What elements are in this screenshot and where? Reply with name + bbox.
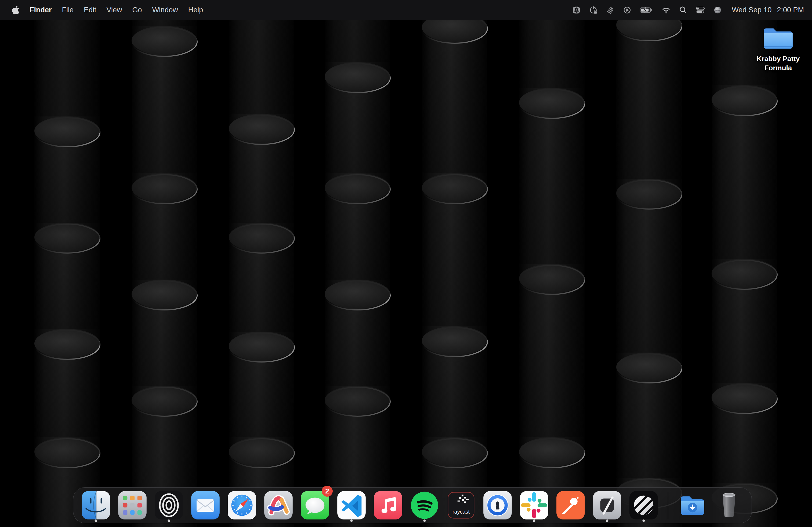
dock-item-safari[interactable] [227,487,257,523]
dock-item-rings-app[interactable] [154,487,184,523]
power-lock-icon[interactable] [589,6,598,15]
dock-item-slack[interactable] [519,487,549,523]
running-indicator [606,520,608,522]
dock: 2raycast [73,487,752,523]
apple-logo-icon [11,6,20,15]
dock-item-music[interactable] [373,487,403,523]
running-indicator [350,520,353,522]
dock-item-postman[interactable] [556,487,585,523]
dock-item-linear[interactable] [629,487,658,523]
onepassword-icon [483,491,512,520]
dock-item-slash-app[interactable] [592,487,622,523]
running-indicator [533,520,535,522]
starburst-icon[interactable] [572,6,581,15]
rings-app-icon [154,491,184,520]
linear-icon [629,491,658,520]
desktop-folder-krabby-patty-formula[interactable]: Krabby Patty Formula [752,24,804,73]
folder-icon [762,24,795,51]
menu-clock[interactable]: Wed Sep 10 2:00 PM [732,6,804,14]
menu-bar: FinderFileEditViewGoWindowHelp Wed Sep 1… [0,0,812,20]
control-center-icon[interactable] [695,6,706,15]
spotlight-search-icon[interactable] [679,6,687,15]
app-menu-items: FinderFileEditViewGoWindowHelp [25,0,208,20]
menu-item-file[interactable]: File [57,0,79,20]
safari-icon [227,491,257,520]
menu-item-window[interactable]: Window [147,0,183,20]
notification-badge: 2 [322,486,333,497]
striped-privacy-icon[interactable] [606,6,615,15]
menu-bar-status: Wed Sep 10 2:00 PM [572,0,804,20]
dock-item-arc[interactable] [264,487,293,523]
battery-charging-icon[interactable] [640,6,653,15]
spotify-icon [410,491,439,520]
finder-icon [81,491,111,520]
status-icon-row [572,6,722,15]
launchpad-icon [118,491,147,520]
dock-item-trash[interactable] [714,487,744,523]
trash-icon [714,491,744,520]
menu-item-view[interactable]: View [102,0,127,20]
menu-time: 2:00 PM [777,6,804,14]
running-indicator [423,520,426,522]
dock-item-mail[interactable] [191,487,220,523]
dock-item-launchpad[interactable] [118,487,147,523]
running-indicator [168,520,170,522]
raycast-icon: raycast [446,491,476,520]
wifi-icon[interactable] [662,6,670,15]
running-indicator [95,520,97,522]
folder-label: Krabby Patty Formula [757,54,800,73]
slash-app-icon [592,491,622,520]
desktop-wallpaper [0,0,812,527]
dock-item-finder[interactable] [81,487,111,523]
menu-item-go[interactable]: Go [127,0,147,20]
vscode-icon [337,491,366,520]
dock-item-spotify[interactable] [410,487,439,523]
menu-bar-left: FinderFileEditViewGoWindowHelp [10,0,208,20]
apple-menu[interactable] [10,6,25,15]
music-icon [373,491,403,520]
slack-icon [519,491,549,520]
dock-item-onepassword[interactable] [483,487,512,523]
menu-item-finder[interactable]: Finder [25,0,57,20]
dock-item-raycast[interactable]: raycast [446,487,476,523]
dock-item-downloads[interactable] [678,487,707,523]
dock-item-messages[interactable]: 2 [300,487,330,523]
menu-item-edit[interactable]: Edit [79,0,102,20]
dock-separator [668,492,668,519]
folder-label-line1: Krabby Patty [757,54,800,63]
now-playing-icon[interactable] [623,6,632,15]
dock-item-vscode[interactable] [337,487,366,523]
menu-item-help[interactable]: Help [183,0,208,20]
mail-icon [191,491,220,520]
menu-date: Wed Sep 10 [732,6,771,14]
downloads-icon [678,491,707,520]
running-indicator [642,520,645,522]
postman-icon [556,491,585,520]
sphere-icon[interactable] [713,6,722,15]
folder-label-line2: Formula [765,63,792,73]
arc-icon [264,491,293,520]
svg-text:raycast: raycast [452,509,470,515]
desktop: FinderFileEditViewGoWindowHelp Wed Sep 1… [0,0,812,527]
